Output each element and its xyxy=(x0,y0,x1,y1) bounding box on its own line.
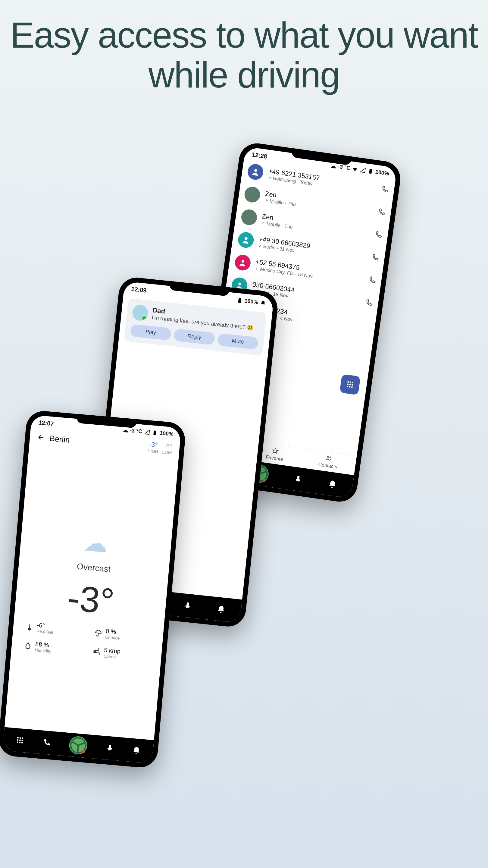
phone-nav-icon[interactable] xyxy=(42,738,52,748)
nav-map-button[interactable] xyxy=(68,736,88,755)
svg-point-1 xyxy=(254,169,258,173)
outgoing-icon xyxy=(261,221,266,226)
main-temperature: -3° xyxy=(66,577,116,622)
outgoing-icon xyxy=(267,176,272,180)
weather-cloud-icon: ☁ xyxy=(83,528,109,558)
message-card[interactable]: Dad I'm running late, are you already th… xyxy=(124,299,267,356)
battery-icon xyxy=(152,430,158,436)
svg-point-16 xyxy=(330,457,331,458)
status-time: 12:07 xyxy=(38,419,54,427)
svg-point-24 xyxy=(17,737,19,738)
call-button[interactable] xyxy=(380,185,389,195)
status-battery: 100% xyxy=(159,430,174,438)
call-button[interactable] xyxy=(370,253,380,263)
avatar-icon xyxy=(247,163,264,181)
location-name: Berlin xyxy=(50,433,70,444)
svg-point-9 xyxy=(347,383,349,385)
avatar-icon xyxy=(237,231,255,249)
mic-nav-icon[interactable] xyxy=(105,743,115,753)
map-icon xyxy=(68,736,88,755)
headline: Easy access to what you want while drivi… xyxy=(0,0,488,95)
droplet-icon xyxy=(24,641,33,650)
svg-rect-22 xyxy=(153,430,156,435)
bell-nav-icon[interactable] xyxy=(327,479,337,489)
svg-point-23 xyxy=(28,628,31,630)
tab-favorite[interactable]: Favorite xyxy=(265,447,284,462)
metric-chance: 0 %Chance xyxy=(94,627,152,643)
tab-label: Contacts xyxy=(318,462,338,470)
bell-nav-icon[interactable] xyxy=(132,746,141,755)
sender-avatar xyxy=(132,304,149,321)
svg-rect-0 xyxy=(369,169,372,174)
tab-label: Favorite xyxy=(265,454,284,462)
low-temp: -4°LOW xyxy=(162,442,173,456)
svg-point-28 xyxy=(19,739,21,741)
metric-humidity: 88 %Humidity xyxy=(23,640,81,656)
status-battery: 100% xyxy=(375,169,390,177)
call-button[interactable] xyxy=(364,299,373,308)
svg-point-11 xyxy=(352,384,353,386)
metric-realfeel: -6°Real feel xyxy=(25,621,83,637)
mute-button[interactable]: Mute xyxy=(217,333,259,350)
svg-point-7 xyxy=(350,381,351,383)
call-button[interactable] xyxy=(374,230,383,241)
battery-icon xyxy=(236,297,243,304)
status-temp: -3 °C xyxy=(130,427,142,435)
back-icon[interactable] xyxy=(37,433,45,441)
phone-weather: 12:07 ☁ -3 °C 100% Berlin -3°HIGH -4°LOW… xyxy=(0,410,187,769)
call-button[interactable] xyxy=(367,276,377,286)
dialer-fab[interactable] xyxy=(339,374,361,395)
signal-icon xyxy=(359,167,366,174)
svg-point-15 xyxy=(327,456,329,458)
status-time: 12:09 xyxy=(131,285,147,294)
avatar-photo xyxy=(240,209,258,226)
umbrella-icon xyxy=(94,628,103,638)
svg-point-3 xyxy=(241,260,245,263)
svg-point-25 xyxy=(19,737,21,739)
status-battery: 100% xyxy=(244,298,258,306)
svg-point-6 xyxy=(347,381,349,383)
svg-point-29 xyxy=(22,740,23,741)
thermometer-icon xyxy=(25,622,34,631)
dialpad-icon xyxy=(345,379,355,390)
status-temp: -3 °C xyxy=(338,163,351,172)
condition-text: Overcast xyxy=(76,561,111,574)
svg-point-32 xyxy=(21,742,23,744)
tab-contacts[interactable]: Contacts xyxy=(318,454,339,470)
cloud-icon: ☁ xyxy=(330,162,337,170)
avatar-icon xyxy=(234,254,252,272)
svg-point-30 xyxy=(17,741,18,743)
bell-icon[interactable] xyxy=(260,300,266,306)
svg-point-8 xyxy=(352,382,354,384)
svg-point-31 xyxy=(19,742,21,743)
svg-point-26 xyxy=(22,738,23,739)
svg-point-4 xyxy=(238,282,241,286)
play-button[interactable]: Play xyxy=(130,324,172,341)
mic-nav-icon[interactable] xyxy=(293,474,303,484)
apps-nav-icon[interactable] xyxy=(15,735,25,745)
svg-point-12 xyxy=(347,386,349,388)
cloud-icon: ☁ xyxy=(122,427,128,433)
status-time: 12:28 xyxy=(251,151,267,160)
bell-nav-icon[interactable] xyxy=(216,604,226,614)
contacts-icon xyxy=(325,455,332,462)
outgoing-icon xyxy=(264,198,269,203)
avatar-photo xyxy=(243,186,261,204)
svg-rect-19 xyxy=(238,298,241,303)
mic-nav-icon[interactable] xyxy=(183,601,193,611)
call-button[interactable] xyxy=(377,208,386,218)
svg-point-14 xyxy=(351,386,353,388)
wifi-icon xyxy=(352,166,358,173)
svg-point-2 xyxy=(245,237,248,240)
star-icon xyxy=(272,447,279,455)
svg-point-27 xyxy=(17,739,19,741)
battery-icon xyxy=(367,168,374,175)
svg-point-13 xyxy=(349,386,351,388)
signal-icon xyxy=(144,429,150,435)
svg-point-10 xyxy=(349,384,351,385)
metric-speed: 5 kmpSpeed xyxy=(92,646,150,662)
incoming-icon xyxy=(255,266,259,271)
reply-button[interactable]: Reply xyxy=(173,329,216,345)
high-temp: -3°HIGH xyxy=(147,440,159,454)
incoming-icon xyxy=(258,244,262,248)
